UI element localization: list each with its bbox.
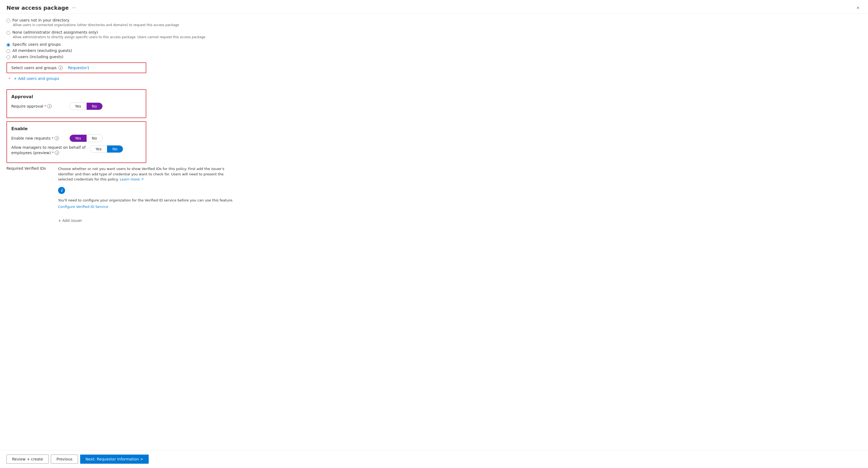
- radio-none-label: None (administrator direct assignments o…: [12, 30, 98, 34]
- enable-new-requests-asterisk: *: [52, 136, 54, 141]
- allow-managers-no-btn[interactable]: No: [107, 146, 123, 153]
- review-create-button[interactable]: Review + create: [6, 455, 49, 464]
- select-users-info-icon[interactable]: i: [58, 66, 63, 70]
- plus-icon: +: [58, 218, 61, 223]
- requestor-link[interactable]: Requestor1: [68, 66, 90, 70]
- select-users-box: Select users and groups i Requestor1: [6, 62, 146, 73]
- add-issuer-button[interactable]: + Add issuer: [58, 218, 236, 223]
- top-radio-section: For users not in your directory Allow us…: [6, 18, 236, 40]
- allow-managers-toggle: Yes No: [90, 145, 123, 153]
- info-circle-icon: i: [58, 187, 65, 194]
- require-approval-text: Require approval: [11, 104, 43, 108]
- allow-managers-info-icon[interactable]: i: [55, 151, 59, 155]
- radio-all-members-label: All members (excluding guests): [12, 49, 72, 53]
- require-approval-yes-btn[interactable]: Yes: [70, 103, 87, 110]
- verified-ids-left-label: Required Verified IDs: [6, 166, 50, 227]
- verified-ids-right: Choose whether or not you want users to …: [58, 166, 236, 227]
- enable-new-requests-no-btn[interactable]: No: [87, 135, 102, 142]
- dialog-body: For users not in your directory Allow us…: [0, 14, 242, 256]
- dialog-title: New access package: [6, 5, 69, 11]
- radio-specific-users-groups-label: Specific users and groups: [12, 42, 61, 46]
- previous-button[interactable]: Previous: [51, 455, 78, 464]
- approval-section: Approval Require approval * i Yes No: [6, 89, 146, 118]
- add-issuer-label: Add issuer: [62, 218, 82, 223]
- verified-ids-description: Choose whether or not you want users to …: [58, 166, 236, 182]
- radio-none-desc: Allow administrators to directly assign …: [13, 35, 236, 39]
- new-access-package-dialog: New access package ··· × For users not i…: [0, 0, 868, 468]
- enable-new-requests-text: Enable new requests: [11, 136, 51, 141]
- configure-verified-id-link[interactable]: Configure Verified ID Service: [58, 205, 108, 209]
- require-approval-label: Require approval * i: [11, 104, 65, 108]
- require-approval-no-btn[interactable]: No: [87, 103, 102, 110]
- allow-managers-yes-btn[interactable]: Yes: [90, 146, 107, 153]
- radio-option-none: None (administrator direct assignments o…: [6, 30, 236, 40]
- radio-all-members[interactable]: [6, 49, 10, 53]
- enable-new-requests-yes-btn[interactable]: Yes: [70, 135, 87, 142]
- add-users-asterisk: *: [9, 77, 10, 81]
- configure-msg: You'll need to configure your organizati…: [58, 198, 236, 202]
- radio-option-not-in-directory: For users not in your directory Allow us…: [6, 18, 236, 28]
- select-users-text: Select users and groups: [11, 66, 57, 70]
- enable-new-requests-info-icon[interactable]: i: [55, 136, 59, 141]
- require-approval-asterisk: *: [44, 104, 46, 108]
- radio-not-in-directory-desc: Allow users in connected organizations (…: [13, 23, 236, 27]
- radio-all-users-label: All users (including guests): [12, 55, 63, 59]
- enable-new-requests-row: Enable new requests * i Yes No: [11, 134, 142, 142]
- dialog-header: New access package ··· ×: [0, 0, 868, 14]
- enable-new-requests-toggle: Yes No: [69, 134, 103, 142]
- radio-not-in-directory-label: For users not in your directory: [12, 18, 69, 22]
- require-approval-row: Require approval * i Yes No: [11, 102, 142, 110]
- allow-managers-text: Allow managers to request on behalf of: [11, 145, 86, 150]
- close-button[interactable]: ×: [854, 4, 862, 11]
- dialog-footer: Review + create Previous Next: Requestor…: [0, 450, 868, 468]
- verified-ids-label: Required Verified IDs: [6, 166, 46, 170]
- header-ellipsis[interactable]: ···: [72, 5, 76, 10]
- radio-specific-users-groups[interactable]: [6, 43, 10, 47]
- require-approval-info-icon[interactable]: i: [47, 104, 52, 108]
- radio-all-users[interactable]: [6, 55, 10, 59]
- approval-section-title: Approval: [11, 94, 142, 99]
- allow-managers-label: Allow managers to request on behalf of e…: [11, 145, 86, 155]
- require-approval-toggle: Yes No: [69, 102, 103, 110]
- add-users-link[interactable]: + Add users and groups: [14, 76, 59, 81]
- select-users-label: Select users and groups i: [11, 66, 63, 70]
- radio-none[interactable]: [6, 31, 10, 35]
- allow-managers-asterisk: *: [52, 151, 54, 155]
- allow-managers-row: Allow managers to request on behalf of e…: [11, 145, 142, 155]
- radio-not-in-directory[interactable]: [6, 19, 10, 23]
- who-can-request-section: Specific users and groups All members (e…: [6, 42, 236, 59]
- learn-more-link[interactable]: Learn more ↗: [120, 177, 144, 181]
- enable-section: Enable Enable new requests * i Yes No Al…: [6, 121, 146, 163]
- enable-section-title: Enable: [11, 126, 142, 131]
- next-button[interactable]: Next: Requestor Information >: [80, 455, 149, 464]
- enable-new-requests-label: Enable new requests * i: [11, 136, 65, 141]
- verified-ids-section: Required Verified IDs Choose whether or …: [6, 166, 236, 227]
